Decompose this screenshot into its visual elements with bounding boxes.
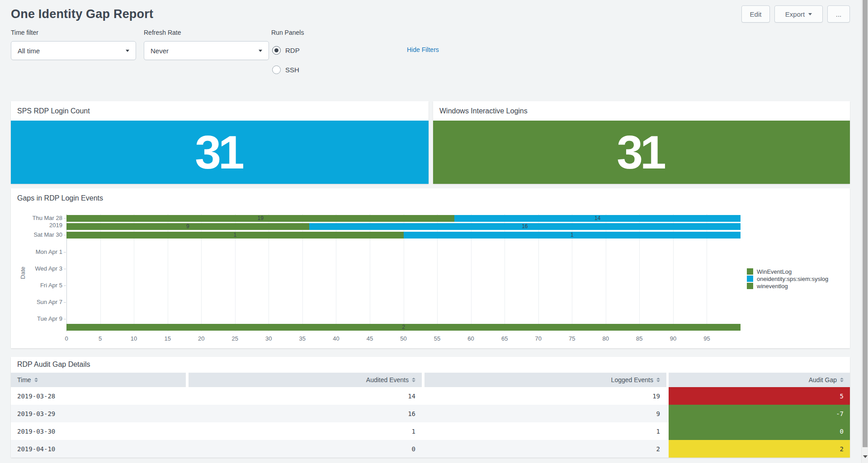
- legend-item[interactable]: wineventlog: [747, 282, 828, 290]
- column-header-logged-events[interactable]: Logged Events: [425, 373, 666, 387]
- table-row: 2019-04-10 0 2 2: [11, 440, 850, 458]
- time-filter-label: Time filter: [11, 29, 38, 36]
- bar-value-label: 2: [66, 324, 741, 331]
- more-button[interactable]: ...: [827, 5, 850, 23]
- bar-value-label: 9: [66, 223, 309, 230]
- y-tick-label: Fri Apr 5: [13, 282, 62, 289]
- y-tick-mark: [64, 269, 66, 269]
- radio-ssh-label: SSH: [285, 66, 299, 74]
- y-tick-mark: [64, 285, 66, 286]
- x-tick-label: 95: [698, 335, 716, 342]
- x-tick-label: 85: [630, 335, 648, 342]
- y-tick-label: Sun Apr 7: [13, 299, 62, 306]
- bar-value-label: 1: [66, 232, 404, 239]
- radio-icon: [272, 46, 281, 55]
- cell-audit-gap: 5: [669, 387, 850, 405]
- y-tick-label: Wed Apr 3: [13, 265, 62, 272]
- legend-swatch: [747, 276, 753, 282]
- legend-label: wineventlog: [757, 283, 788, 290]
- sort-icon: [412, 378, 415, 382]
- bar-value-label: 19: [66, 215, 454, 222]
- legend-swatch: [747, 268, 753, 275]
- x-tick-label: 70: [529, 335, 547, 342]
- scrollbar-down-arrow-icon[interactable]: [863, 455, 868, 458]
- cell-time: 2019-03-28: [11, 387, 186, 405]
- cell-audited: 0: [189, 440, 422, 458]
- chevron-down-icon: [808, 13, 812, 15]
- panel-sps-rdp-login-count: SPS RDP Login Count 31: [11, 101, 429, 184]
- single-value-number: 31: [195, 129, 245, 176]
- bar-value-label: 1: [404, 232, 741, 239]
- y-tick-label: 2019: [13, 222, 62, 229]
- column-header-label: Time: [17, 376, 31, 383]
- cell-audited: 1: [189, 422, 422, 440]
- single-value-block: 31: [433, 121, 850, 184]
- more-button-label: ...: [836, 10, 842, 18]
- cell-time: 2019-04-10: [11, 440, 186, 458]
- panel-gaps-in-rdp-login-events: Gaps in RDP Login Events Date 0510152025…: [11, 188, 850, 348]
- table-row: 2019-03-28 14 19 5: [11, 387, 850, 405]
- x-tick-label: 45: [361, 335, 379, 342]
- y-tick-mark: [64, 218, 66, 219]
- y-tick-mark: [64, 319, 66, 319]
- x-tick-label: 35: [293, 335, 311, 342]
- edit-button[interactable]: Edit: [741, 5, 770, 23]
- refresh-rate-value: Never: [151, 47, 169, 55]
- x-tick-label: 60: [462, 335, 480, 342]
- x-tick-label: 10: [125, 335, 143, 342]
- x-tick-label: 65: [495, 335, 514, 342]
- page-title: One Identity Gap Report: [11, 7, 153, 21]
- chart-title: Gaps in RDP Login Events: [17, 194, 103, 202]
- radio-icon: [272, 65, 281, 74]
- header-buttons: Edit Export ...: [741, 5, 850, 23]
- column-header-audit-gap[interactable]: Audit Gap: [669, 373, 850, 387]
- scrollbar-thumb[interactable]: [863, 0, 868, 447]
- export-button[interactable]: Export: [774, 5, 823, 23]
- single-value-number: 31: [617, 129, 666, 176]
- table-header-row: Time Audited Events Logged Events Audit …: [11, 373, 850, 387]
- column-header-audited-events[interactable]: Audited Events: [189, 373, 422, 387]
- cell-audit-gap: 2: [669, 440, 850, 458]
- refresh-rate-dropdown[interactable]: Never: [144, 41, 269, 60]
- table-title: RDP Audit Gap Details: [17, 360, 90, 369]
- legend-swatch: [747, 283, 753, 289]
- radio-rdp-label: RDP: [285, 47, 300, 54]
- cell-time: 2019-03-29: [11, 405, 186, 422]
- single-value-block: 31: [11, 121, 429, 184]
- cell-audit-gap: 0: [669, 422, 850, 440]
- run-panels-radio-ssh[interactable]: SSH: [272, 65, 299, 74]
- y-tick-mark: [64, 302, 66, 303]
- x-tick-label: 25: [226, 335, 244, 342]
- time-filter-dropdown[interactable]: All time: [11, 41, 136, 60]
- chart-legend: WinEventLogoneidentity:sps:siem:syslogwi…: [747, 268, 828, 290]
- y-tick-label: Sat Mar 30: [13, 231, 62, 239]
- page-scrollbar[interactable]: [861, 0, 868, 463]
- edit-button-label: Edit: [750, 10, 762, 18]
- y-tick-label: Mon Apr 1: [13, 248, 62, 256]
- table-row: 2019-03-29 16 9 -7: [11, 405, 850, 422]
- legend-label: WinEventLog: [757, 268, 792, 275]
- column-header-label: Logged Events: [611, 376, 653, 383]
- legend-label: oneidentity:sps:siem:syslog: [757, 276, 828, 282]
- sort-icon: [34, 378, 38, 382]
- bar-value-label: 14: [454, 215, 741, 222]
- chart-plot: 05101520253035404550556065707580859095Th…: [66, 214, 741, 332]
- panel-title: SPS RDP Login Count: [17, 107, 90, 115]
- export-button-label: Export: [785, 10, 805, 18]
- cell-time: 2019-03-30: [11, 422, 186, 440]
- legend-item[interactable]: oneidentity:sps:siem:syslog: [747, 275, 828, 282]
- x-tick-label: 90: [664, 335, 682, 342]
- run-panels-radio-rdp[interactable]: RDP: [272, 46, 300, 55]
- chevron-down-icon: [259, 50, 262, 52]
- hide-filters-link[interactable]: Hide Filters: [407, 46, 439, 53]
- x-tick-label: 30: [259, 335, 278, 342]
- y-tick-label: Thu Mar 28: [13, 215, 62, 222]
- cell-logged: 19: [425, 387, 666, 405]
- column-header-time[interactable]: Time: [11, 373, 186, 387]
- x-tick-label: 0: [57, 335, 75, 342]
- cell-logged: 2: [425, 440, 666, 458]
- cell-audited: 14: [189, 387, 422, 405]
- time-filter-value: All time: [18, 47, 40, 55]
- column-header-label: Audited Events: [366, 376, 409, 383]
- legend-item[interactable]: WinEventLog: [747, 268, 828, 275]
